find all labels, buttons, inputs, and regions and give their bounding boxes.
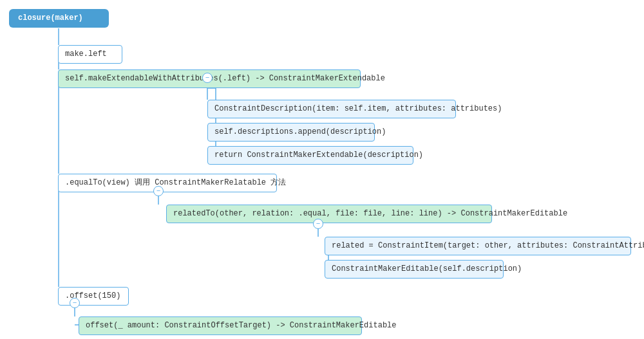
equal-to-node: .equalTo(view) 调用 ConstraintMakerRelatab… [58, 174, 277, 192]
self-make-label: self.makeExtendableWithAttributes(.left)… [65, 74, 385, 83]
collapse-button-2[interactable]: − [153, 186, 164, 196]
root-node: closure(maker) [9, 9, 109, 28]
offset-node: .offset(150) [58, 287, 129, 306]
constraint-editable-label: ConstraintMakerEditable(self.description… [332, 264, 522, 273]
collapse-button-1[interactable]: − [202, 73, 213, 83]
offset-amount-label: offset(_ amount: ConstraintOffsetTarget)… [86, 321, 396, 330]
root-label: closure(maker) [18, 14, 83, 23]
make-left-label: make.left [65, 50, 107, 59]
related-to-node: relatedTo(other, relation: .equal, file:… [166, 205, 492, 223]
collapse-button-3[interactable]: − [313, 219, 323, 229]
constraint-desc-node: ConstraintDescription(item: self.item, a… [207, 100, 456, 118]
related-node: related = ConstraintItem(target: other, … [325, 237, 631, 255]
collapse-button-4[interactable]: − [70, 298, 80, 308]
return-constraint-label: return ConstraintMakerExtendable(descrip… [214, 151, 423, 160]
constraint-desc-label: ConstraintDescription(item: self.item, a… [214, 104, 502, 113]
related-to-label: relatedTo(other, relation: .equal, file:… [173, 209, 567, 218]
self-descriptions-node: self.descriptions.append(description) [207, 123, 375, 142]
return-constraint-node: return ConstraintMakerExtendable(descrip… [207, 146, 413, 165]
make-left-node: make.left [58, 45, 122, 64]
related-label: related = ConstraintItem(target: other, … [332, 241, 644, 250]
offset-amount-node: offset(_ amount: ConstraintOffsetTarget)… [79, 316, 362, 335]
diagram-container: closure(maker) make.left self.makeExtend… [0, 0, 644, 339]
constraint-editable-node: ConstraintMakerEditable(self.description… [325, 260, 504, 279]
equal-to-label: .equalTo(view) 调用 ConstraintMakerRelatab… [65, 178, 286, 187]
self-descriptions-label: self.descriptions.append(description) [214, 127, 386, 136]
